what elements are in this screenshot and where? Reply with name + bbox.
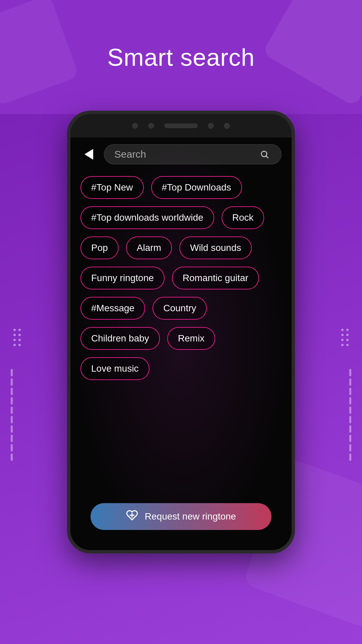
request-new-ringtone-button[interactable]: Request new ringtone bbox=[90, 503, 272, 530]
camera2-icon bbox=[224, 123, 230, 129]
tag-chip[interactable]: #Top New bbox=[80, 176, 144, 199]
back-button[interactable] bbox=[80, 146, 97, 163]
heart-icon bbox=[126, 509, 138, 524]
phone-topbar bbox=[70, 114, 292, 138]
tags-container: #Top New#Top Downloads#Top downloads wor… bbox=[80, 176, 282, 390]
phone-frame: Search #Top New#Top Downloads#Top downlo… bbox=[67, 111, 295, 553]
back-arrow-icon bbox=[84, 149, 93, 160]
search-bar: Search bbox=[80, 144, 282, 164]
speaker-icon bbox=[164, 123, 198, 128]
tag-chip[interactable]: Country bbox=[153, 297, 207, 320]
tag-chip[interactable]: #Message bbox=[80, 297, 145, 320]
tag-chip[interactable]: Pop bbox=[80, 236, 119, 259]
camera-icon bbox=[132, 123, 138, 129]
right-dot-decoration bbox=[341, 329, 349, 346]
tag-chip[interactable]: Romantic guitar bbox=[172, 267, 259, 289]
left-dash-decoration bbox=[11, 369, 13, 461]
tag-chip[interactable]: Children baby bbox=[80, 327, 160, 350]
tag-chip[interactable]: Alarm bbox=[126, 236, 172, 259]
tag-chip[interactable]: Love music bbox=[80, 357, 149, 380]
tag-chip[interactable]: Funny ringtone bbox=[80, 267, 165, 289]
page-title: Smart search bbox=[0, 44, 362, 71]
left-dot-decoration bbox=[13, 329, 21, 346]
search-icon[interactable] bbox=[258, 148, 271, 161]
microphone-icon bbox=[208, 123, 214, 129]
sensor-icon bbox=[148, 123, 154, 129]
tag-chip[interactable]: #Top Downloads bbox=[151, 176, 242, 199]
tag-chip[interactable]: Wild sounds bbox=[179, 236, 252, 259]
tag-chip[interactable]: #Top downloads worldwide bbox=[80, 206, 214, 229]
phone-screen: Search #Top New#Top Downloads#Top downlo… bbox=[70, 138, 292, 550]
search-placeholder: Search bbox=[114, 149, 258, 160]
svg-line-1 bbox=[266, 156, 268, 158]
right-dash-decoration bbox=[349, 369, 351, 461]
search-input[interactable]: Search bbox=[104, 144, 282, 164]
phone-mockup: Search #Top New#Top Downloads#Top downlo… bbox=[67, 111, 295, 553]
request-button-label: Request new ringtone bbox=[145, 511, 236, 522]
tag-chip[interactable]: Rock bbox=[222, 206, 264, 229]
tag-chip[interactable]: Remix bbox=[167, 327, 215, 350]
